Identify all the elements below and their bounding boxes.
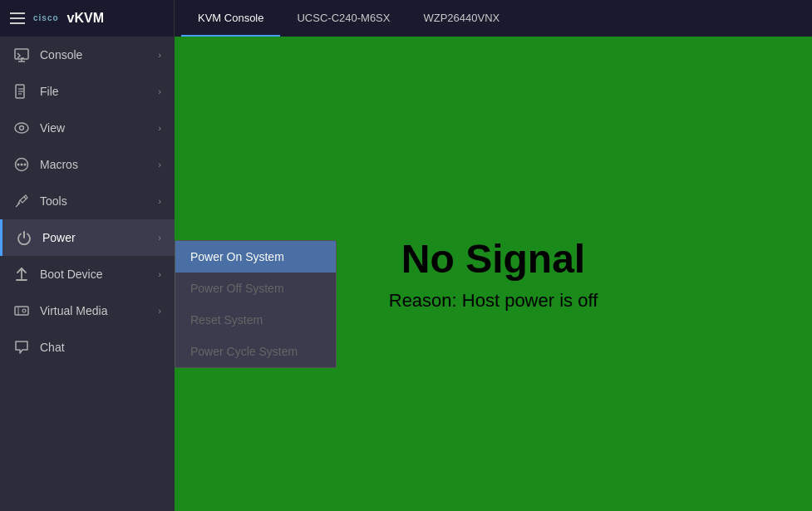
sidebar-item-tools[interactable]: Tools ›	[0, 183, 175, 219]
submenu-power-off[interactable]: Power Off System	[175, 273, 336, 304]
media-icon	[13, 302, 30, 319]
view-chevron: ›	[158, 123, 161, 133]
console-icon	[13, 47, 30, 63]
tools-icon	[13, 193, 30, 209]
macros-label: Macros	[40, 158, 148, 171]
topbar-brand: cisco vKVM	[0, 0, 175, 37]
submenu-power-cycle[interactable]: Power Cycle System	[175, 336, 336, 367]
tab-ucsc[interactable]: UCSC-C240-M6SX	[280, 0, 406, 37]
svg-point-13	[24, 164, 27, 166]
svg-rect-16	[15, 307, 28, 315]
topbar-tabs: KVM Console UCSC-C240-M6SX WZP26440VNX	[175, 0, 516, 37]
svg-rect-0	[15, 49, 28, 59]
macros-chevron: ›	[158, 160, 161, 170]
sidebar-item-power[interactable]: Power ›	[0, 219, 175, 256]
main-layout: Console › File › View	[0, 37, 812, 511]
power-label: Power	[42, 231, 148, 244]
boot-chevron: ›	[158, 269, 161, 279]
sidebar-item-view[interactable]: View ›	[0, 110, 175, 146]
tab-wzp[interactable]: WZP26440VNX	[406, 0, 516, 37]
tools-chevron: ›	[158, 196, 161, 206]
media-chevron: ›	[158, 306, 161, 316]
sidebar-item-console[interactable]: Console ›	[0, 37, 175, 73]
file-label: File	[40, 85, 148, 98]
sidebar: Console › File › View	[0, 37, 175, 511]
boot-icon	[13, 266, 30, 283]
topbar: cisco vKVM KVM Console UCSC-C240-M6SX WZ…	[0, 0, 812, 37]
app-title: vKVM	[67, 11, 104, 26]
macros-icon	[13, 156, 30, 173]
chat-icon	[13, 339, 30, 356]
hamburger-menu[interactable]	[10, 12, 25, 24]
sidebar-item-virtual-media[interactable]: Virtual Media ›	[0, 292, 175, 329]
sidebar-item-file[interactable]: File ›	[0, 73, 175, 110]
console-chevron: ›	[158, 50, 161, 60]
virtual-media-label: Virtual Media	[40, 304, 148, 317]
power-chevron: ›	[158, 233, 161, 243]
sidebar-item-chat[interactable]: Chat	[0, 329, 175, 366]
sidebar-item-macros[interactable]: Macros ›	[0, 146, 175, 183]
view-label: View	[40, 121, 148, 135]
svg-line-14	[24, 197, 27, 199]
cisco-logo: cisco	[33, 14, 59, 22]
svg-point-12	[21, 164, 23, 166]
submenu-reset[interactable]: Reset System	[175, 304, 336, 336]
tools-label: Tools	[40, 194, 148, 208]
svg-point-11	[17, 164, 20, 166]
console-label: Console	[40, 48, 148, 61]
submenu-power-on[interactable]: Power On System	[175, 241, 336, 273]
svg-point-8	[15, 123, 28, 133]
file-icon	[13, 83, 30, 100]
boot-label: Boot Device	[40, 268, 148, 281]
tab-kvm-console[interactable]: KVM Console	[181, 0, 280, 37]
power-icon	[16, 229, 32, 246]
svg-point-9	[20, 126, 24, 130]
power-submenu: Power On System Power Off System Reset S…	[175, 240, 337, 368]
cisco-label: cisco	[33, 14, 59, 22]
chat-label: Chat	[40, 341, 161, 354]
file-chevron: ›	[158, 86, 161, 96]
sidebar-item-boot[interactable]: Boot Device ›	[0, 256, 175, 292]
svg-point-18	[22, 309, 26, 312]
reason-text: Reason: Host power is off	[389, 290, 598, 312]
view-icon	[13, 120, 30, 136]
no-signal-text: No Signal	[401, 236, 585, 282]
